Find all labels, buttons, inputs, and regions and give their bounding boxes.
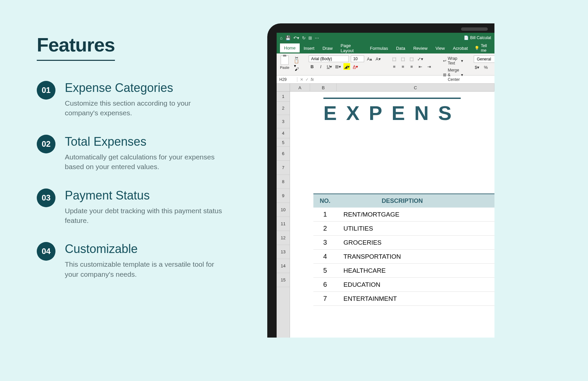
align-top-icon[interactable]: ⬚ <box>391 55 398 62</box>
table-row[interactable]: 4 TRANSPORTATION <box>313 250 494 264</box>
paste-button[interactable]: Paste <box>280 55 289 70</box>
cell-description: UTILITIES <box>337 225 494 232</box>
font-color-button[interactable]: A▾ <box>352 63 359 70</box>
table-row[interactable]: 5 HEALTHCARE <box>313 264 494 278</box>
currency-icon[interactable]: $▾ <box>474 64 480 71</box>
sheet-content[interactable]: EXPENS NO. DESCRIPTION 1 RENT/MORTGAGE 2… <box>290 92 494 320</box>
feature-item-1: 01 Expense Categories Customize this sec… <box>37 81 224 118</box>
row-header[interactable]: 10 <box>277 203 290 217</box>
titlebar: ⌂ 💾 ↶▾ ↻ ⊞ ⋯ 📄 Bill Calculat <box>277 33 494 43</box>
col-header-c[interactable]: C <box>337 84 494 92</box>
save-icon[interactable]: 💾 <box>285 35 291 40</box>
increase-font-icon[interactable]: A▴ <box>366 55 373 62</box>
paste-label: Paste <box>280 66 289 70</box>
tab-acrobat[interactable]: Acrobat <box>449 44 472 53</box>
col-header-a[interactable]: A <box>290 84 310 92</box>
cancel-icon[interactable]: ✕ <box>300 77 303 82</box>
cell-no: 5 <box>313 267 337 274</box>
wrap-text-button[interactable]: ↩ Wrap Text ▾ <box>442 55 464 66</box>
table-row[interactable] <box>313 306 494 320</box>
decrease-font-icon[interactable]: A▾ <box>375 55 382 62</box>
tab-draw[interactable]: Draw <box>318 44 336 53</box>
th-no: NO. <box>313 198 337 205</box>
chevron-down-icon: ▾ <box>461 58 463 63</box>
feature-badge: 04 <box>37 242 55 261</box>
laptop-frame: ⌂ 💾 ↶▾ ↻ ⊞ ⋯ 📄 Bill Calculat Home Insert… <box>267 23 494 338</box>
th-description: DESCRIPTION <box>337 198 494 205</box>
feature-item-4: 04 Customizable This customizable templa… <box>37 242 224 279</box>
format-painter-icon[interactable]: 🖌 <box>294 67 299 72</box>
row-header[interactable]: 5 <box>277 138 290 147</box>
align-center-icon[interactable]: ≡ <box>400 63 406 70</box>
row-header[interactable]: 8 <box>277 175 290 189</box>
align-left-icon[interactable]: ≡ <box>391 63 398 70</box>
row-header[interactable]: 6 <box>277 147 290 161</box>
underline-button[interactable]: U▾ <box>326 63 333 70</box>
tab-page-layout[interactable]: Page Layout <box>337 41 366 55</box>
decrease-indent-icon[interactable]: ⇤ <box>417 63 424 70</box>
row-header[interactable]: 15 <box>277 273 290 287</box>
row-header[interactable]: 14 <box>277 259 290 273</box>
tab-data[interactable]: Data <box>392 44 409 53</box>
merge-center-button[interactable]: ⊞ Merge & Center ▾ <box>442 67 464 83</box>
font-size-select[interactable]: 10 <box>351 55 364 62</box>
wrap-icon: ↩ <box>443 58 446 63</box>
row-header[interactable]: 2 <box>277 102 290 115</box>
cell-description: ENTERTAINMENT <box>337 295 494 302</box>
name-box[interactable]: H29 <box>277 77 297 82</box>
row-header[interactable]: 4 <box>277 128 290 138</box>
redo-icon[interactable]: ↻ <box>302 35 306 40</box>
wrap-text-label: Wrap Text <box>448 56 460 66</box>
ribbon-toolbar: Paste ✂ 📋▾ 🖌 Arial (Body) 10 A▴ <box>277 53 494 76</box>
row-header[interactable]: 1 <box>277 92 290 102</box>
tab-home[interactable]: Home <box>280 43 300 53</box>
row-header[interactable]: 13 <box>277 245 290 259</box>
row-header[interactable]: 12 <box>277 231 290 245</box>
tab-view[interactable]: View <box>432 44 449 53</box>
table-row[interactable]: 6 EDUCATION <box>313 278 494 292</box>
align-middle-icon[interactable]: ⬚ <box>400 55 406 62</box>
laptop-camera-notch <box>461 27 488 31</box>
touch-icon[interactable]: ⊞ <box>308 35 312 40</box>
confirm-icon[interactable]: ✓ <box>305 77 309 82</box>
more-icon[interactable]: ⋯ <box>315 35 319 40</box>
feature-item-3: 03 Payment Status Update your debt track… <box>37 188 224 226</box>
row-header[interactable]: 3 <box>277 115 290 128</box>
percent-icon[interactable]: % <box>482 64 489 71</box>
orientation-icon[interactable]: ⤢▾ <box>417 55 424 62</box>
file-icon: 📄 <box>464 35 469 40</box>
fill-color-button[interactable]: ◢▾ <box>343 63 350 70</box>
align-right-icon[interactable]: ≡ <box>408 63 415 70</box>
row-header[interactable]: 9 <box>277 189 290 203</box>
table-row[interactable]: 7 ENTERTAINMENT <box>313 292 494 306</box>
table-row[interactable]: 3 GROCERIES <box>313 236 494 250</box>
border-button[interactable]: ⊞▾ <box>335 63 341 70</box>
col-header-b[interactable]: B <box>310 84 337 92</box>
number-format-select[interactable]: General <box>474 55 494 63</box>
increase-indent-icon[interactable]: ⇥ <box>426 63 432 70</box>
tell-me-search[interactable]: 💡 Tell me <box>474 43 491 53</box>
clipboard-icon <box>281 55 289 65</box>
cell-description: RENT/MORTGAGE <box>337 211 494 218</box>
font-name-select[interactable]: Arial (Body) <box>309 55 349 62</box>
align-bottom-icon[interactable]: ⬚ <box>408 55 415 62</box>
feature-badge: 01 <box>37 81 55 100</box>
copy-icon[interactable]: 📋▾ <box>294 61 299 66</box>
row-header[interactable]: 11 <box>277 217 290 231</box>
tab-formulas[interactable]: Formulas <box>366 44 392 53</box>
undo-icon[interactable]: ↶▾ <box>293 35 299 40</box>
tab-insert[interactable]: Insert <box>300 44 319 53</box>
row-header[interactable]: 7 <box>277 161 290 175</box>
italic-button[interactable]: I <box>317 63 324 70</box>
table-row[interactable]: 1 RENT/MORTGAGE <box>313 208 494 222</box>
feature-desc: This customizable template is a versatil… <box>65 259 224 279</box>
bold-button[interactable]: B <box>309 63 315 70</box>
cell-no: 3 <box>313 239 337 246</box>
cell-description: TRANSPORTATION <box>337 253 494 260</box>
home-icon[interactable]: ⌂ <box>280 35 283 40</box>
select-all-corner[interactable] <box>277 84 290 92</box>
tab-review[interactable]: Review <box>409 44 432 53</box>
feature-title: Customizable <box>65 242 224 256</box>
page-title: Features <box>37 33 115 61</box>
table-row[interactable]: 2 UTILITIES <box>313 222 494 236</box>
